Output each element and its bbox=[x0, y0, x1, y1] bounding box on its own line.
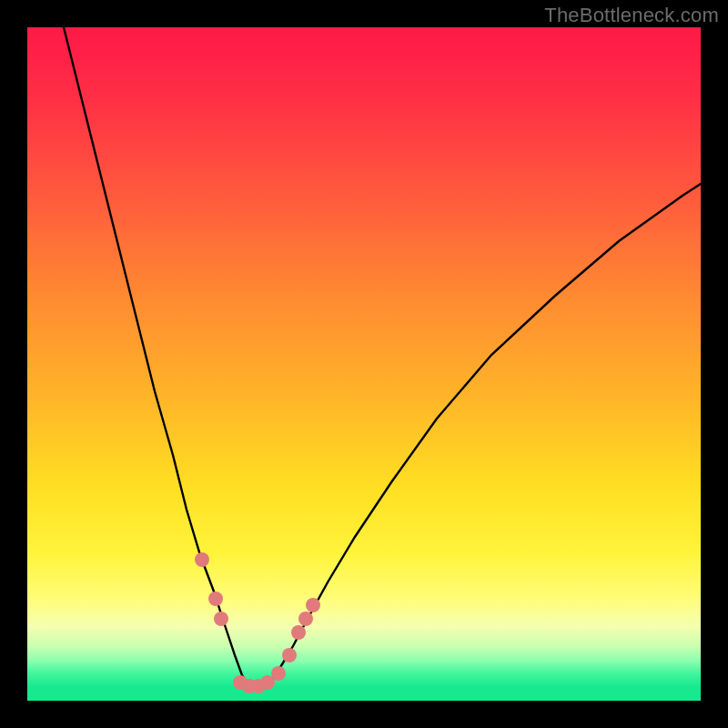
highlight-dots bbox=[195, 552, 320, 693]
highlight-dot bbox=[214, 612, 228, 626]
highlight-dot bbox=[298, 612, 313, 626]
plot-area bbox=[27, 27, 701, 701]
highlight-dot bbox=[271, 666, 286, 681]
highlight-dot bbox=[306, 598, 320, 612]
highlight-dot bbox=[291, 625, 306, 640]
highlight-dot bbox=[282, 648, 297, 662]
highlight-dot bbox=[195, 552, 209, 567]
chart-svg bbox=[27, 27, 701, 701]
chart-frame: TheBottleneck.com bbox=[0, 0, 728, 728]
highlight-dot bbox=[208, 592, 223, 606]
watermark-text: TheBottleneck.com bbox=[544, 4, 719, 27]
bottleneck-curve bbox=[64, 27, 701, 686]
